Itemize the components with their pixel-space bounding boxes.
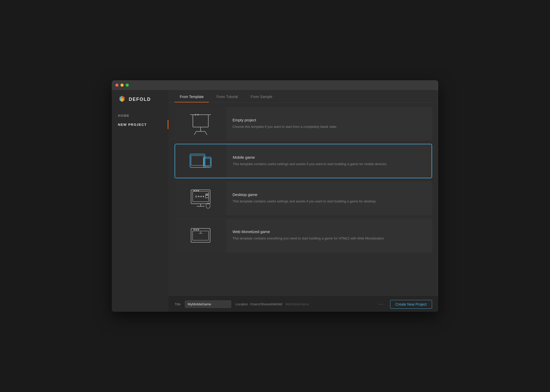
template-desc-empty: Choose this template if you want to star… <box>233 124 337 130</box>
svg-point-5 <box>195 114 196 115</box>
main-content: From Template From Tutorial From Sample <box>168 90 438 312</box>
svg-rect-3 <box>193 115 208 127</box>
template-icon-empty <box>175 107 226 140</box>
logo-area: DEFOLD <box>112 95 157 111</box>
svg-point-27 <box>194 190 195 191</box>
svg-point-21 <box>201 196 202 197</box>
close-button[interactable] <box>115 84 118 87</box>
maximize-button[interactable] <box>126 84 129 87</box>
sidebar: DEFOLD HOME NEW PROJECT <box>112 90 168 312</box>
bottom-bar: Title Location /Users/Shared/defold/MyMo… <box>168 296 438 312</box>
defold-logo-icon <box>118 95 126 103</box>
svg-point-24 <box>207 194 208 195</box>
tab-from-template[interactable]: From Template <box>175 90 209 102</box>
sidebar-item-new-project[interactable]: NEW PROJECT <box>112 120 168 129</box>
svg-rect-13 <box>203 157 211 167</box>
app-window: DEFOLD HOME NEW PROJECT From Template Fr… <box>112 80 438 312</box>
location-path: /Users/Shared/defold/ <box>250 302 282 306</box>
svg-line-10 <box>205 131 207 135</box>
template-title-web: Web Monetized game <box>233 229 384 234</box>
svg-point-34 <box>194 229 195 230</box>
template-card-empty[interactable]: Empty project Choose this template if yo… <box>175 107 432 141</box>
browse-button[interactable]: ··· <box>376 300 386 308</box>
template-info-desktop: Desktop game This template contains usef… <box>226 182 383 215</box>
svg-point-6 <box>197 114 199 115</box>
template-card-desktop[interactable]: Desktop game This template contains usef… <box>175 181 432 215</box>
tab-from-tutorial[interactable]: From Tutorial <box>211 90 243 102</box>
svg-point-35 <box>196 229 197 230</box>
app-body: DEFOLD HOME NEW PROJECT From Template Fr… <box>112 90 438 312</box>
template-title-empty: Empty project <box>233 118 337 122</box>
location-label: Location <box>235 302 248 306</box>
svg-rect-12 <box>191 156 204 165</box>
sidebar-item-home[interactable]: HOME <box>112 111 168 120</box>
template-icon-web <box>175 219 226 252</box>
tab-from-sample[interactable]: From Sample <box>246 90 278 102</box>
templates-list: Empty project Choose this template if yo… <box>168 103 438 296</box>
svg-point-22 <box>203 196 204 197</box>
template-icon-mobile <box>175 144 227 178</box>
svg-line-9 <box>194 131 196 135</box>
template-desc-web: This template contains everything you ne… <box>233 236 384 241</box>
tabs-bar: From Template From Tutorial From Sample <box>168 90 438 103</box>
template-info-empty: Empty project Choose this template if yo… <box>226 107 343 140</box>
svg-point-36 <box>198 229 199 230</box>
template-title-desktop: Desktop game <box>233 192 376 197</box>
template-desc-desktop: This template contains useful settings a… <box>233 199 376 204</box>
template-card-web[interactable]: Web Monetized game This template contain… <box>175 218 432 252</box>
title-label: Title <box>175 302 181 306</box>
create-new-project-button[interactable]: Create New Project <box>390 300 432 309</box>
svg-point-28 <box>196 190 197 191</box>
template-title-mobile: Mobile game <box>233 155 387 159</box>
location-section: Location /Users/Shared/defold/MyMobileGa… <box>235 302 372 306</box>
svg-point-20 <box>198 196 199 197</box>
title-input[interactable] <box>185 300 231 308</box>
svg-point-29 <box>198 190 199 191</box>
logo-text: DEFOLD <box>129 97 151 102</box>
template-info-web: Web Monetized game This template contain… <box>226 219 390 252</box>
location-project: MyMobileGame <box>286 302 309 306</box>
template-info-mobile: Mobile game This template contains usefu… <box>227 144 393 178</box>
svg-point-18 <box>195 196 197 197</box>
title-bar <box>112 80 438 90</box>
template-icon-desktop <box>175 182 226 215</box>
minimize-button[interactable] <box>121 84 124 87</box>
template-card-mobile[interactable]: Mobile game This template contains usefu… <box>175 144 432 178</box>
template-desc-mobile: This template contains useful settings a… <box>233 162 387 167</box>
